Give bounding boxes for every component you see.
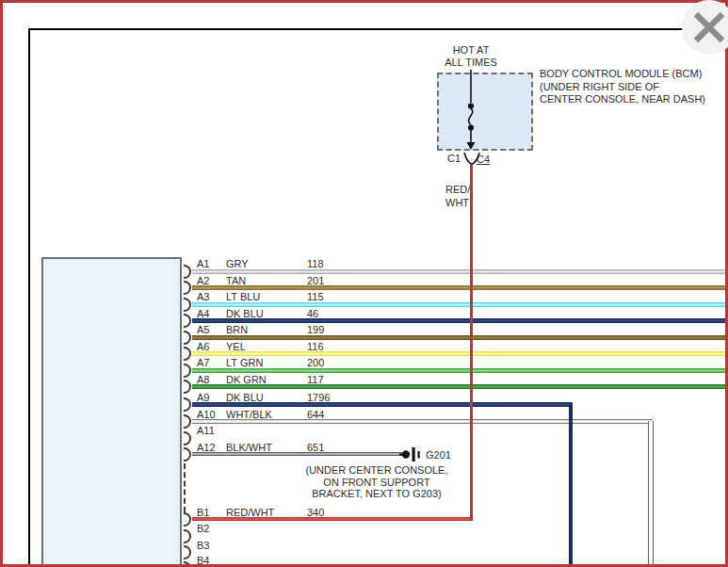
pin-arc-a8: [184, 380, 191, 394]
wire-a4: [192, 318, 725, 323]
wire-a10-vertical: [648, 421, 654, 567]
pin-arc-a10: [184, 414, 191, 429]
wire-a5: [192, 335, 725, 340]
pin-id-b2: B2: [197, 523, 225, 535]
wire-a3: [192, 302, 725, 307]
wire-a8: [192, 384, 725, 389]
diagram-border-top: [28, 28, 728, 30]
wire-a12: [192, 452, 402, 456]
ground-note: (UNDER CENTER CONSOLE, ON FRONT SUPPORT …: [297, 464, 457, 500]
bcm-fuse-box: [437, 73, 533, 151]
pin-arc-a5: [184, 331, 191, 345]
pin-arc-b1: [184, 512, 191, 526]
wire-a6: [192, 351, 725, 356]
fuse-icon: [460, 68, 482, 154]
wiring-diagram-screen: HOT AT ALL TIMES RADIO FUSE 10A BODY CON…: [0, 0, 728, 567]
pin-arc-a2: [184, 281, 191, 295]
pin-arc-a11: [184, 431, 191, 446]
ground-icon: [399, 446, 424, 463]
wire-a9-vertical: [569, 404, 573, 567]
pin-arc-a3: [184, 298, 191, 312]
pin-arc-a7: [184, 364, 191, 378]
pin-arc-a1: [184, 265, 191, 279]
pin-arc-a4: [184, 314, 191, 328]
hot-at-label: HOT AT ALL TIMES: [424, 44, 518, 69]
pin-arc-a9: [184, 397, 191, 412]
wire-a1: [192, 269, 725, 274]
pin-arc-a12: [184, 447, 191, 462]
pin-id-b3: B3: [197, 540, 225, 552]
feed-wire-redwht: [470, 165, 473, 521]
bcm-note: BODY CONTROL MODULE (BCM) (UNDER RIGHT S…: [540, 68, 705, 106]
wire-b1: [192, 517, 472, 521]
radio-connector-box: [41, 257, 182, 567]
pin-id-a11: A11: [197, 425, 225, 437]
pin-arc-b3: [184, 545, 191, 559]
pin-arc-a6: [184, 347, 191, 361]
feed-wire-color-label: RED/ WHT: [445, 183, 470, 209]
ground-id-label: G201: [426, 449, 451, 462]
wire-a2: [192, 285, 725, 290]
wire-a9: [192, 402, 573, 407]
wire-a10: [192, 419, 653, 424]
pin-arc-b2: [184, 529, 191, 543]
wire-a7: [192, 368, 725, 373]
connector-c1-label: C1: [447, 153, 461, 165]
connector-break-dashed: [184, 463, 186, 512]
close-button[interactable]: [682, 0, 728, 55]
frame-top: [0, 0, 728, 3]
diagram-border-left: [28, 28, 30, 567]
close-x-icon: [693, 11, 725, 43]
frame-left: [0, 0, 3, 567]
